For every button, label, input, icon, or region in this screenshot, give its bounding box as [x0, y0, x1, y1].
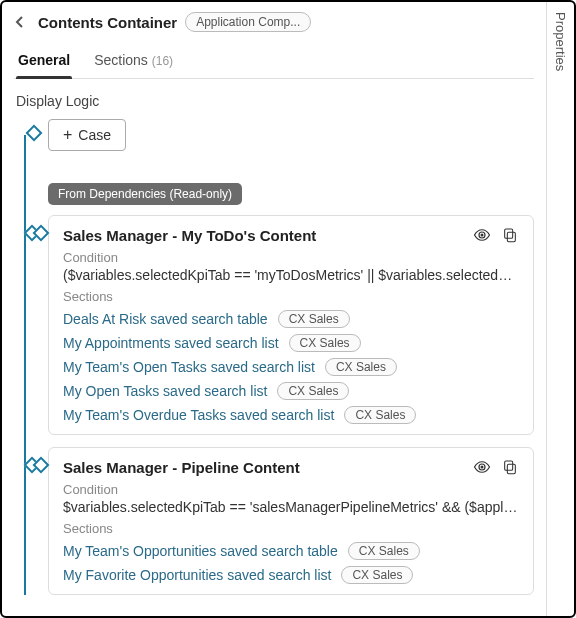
section-link[interactable]: My Team's Overdue Tasks saved search lis…	[63, 407, 334, 423]
section-source-pill: CX Sales	[278, 310, 350, 328]
card-title: Sales Manager - Pipeline Content	[63, 459, 300, 476]
section-link[interactable]: My Open Tasks saved search list	[63, 383, 267, 399]
svg-rect-5	[505, 461, 513, 470]
svg-rect-4	[507, 464, 515, 473]
condition-expression: $variables.selectedKpiTab == 'salesManag…	[63, 499, 519, 515]
plus-icon: +	[63, 126, 72, 144]
section-link[interactable]: Deals At Risk saved search table	[63, 311, 268, 327]
svg-rect-2	[505, 229, 513, 238]
display-logic-heading: Display Logic	[16, 93, 534, 109]
section-link[interactable]: My Favorite Opportunities saved search l…	[63, 567, 331, 583]
section-row: Deals At Risk saved search tableCX Sales	[63, 310, 519, 328]
card-title: Sales Manager - My ToDo's Content	[63, 227, 316, 244]
back-chevron-icon[interactable]	[14, 14, 30, 30]
svg-point-0	[481, 234, 484, 237]
tabs: General Sections (16)	[14, 46, 534, 79]
tab-general[interactable]: General	[16, 46, 72, 78]
copy-icon[interactable]	[501, 458, 519, 476]
eye-icon[interactable]	[473, 458, 491, 476]
section-link[interactable]: My Appointments saved search list	[63, 335, 279, 351]
section-source-pill: CX Sales	[344, 406, 416, 424]
tab-general-label: General	[18, 52, 70, 68]
tab-sections-label: Sections	[94, 52, 148, 68]
section-link[interactable]: My Team's Opportunities saved search tab…	[63, 543, 338, 559]
page-title: Contents Container	[38, 14, 177, 31]
context-pill[interactable]: Application Comp...	[185, 12, 311, 32]
section-row: My Favorite Opportunities saved search l…	[63, 566, 519, 584]
svg-rect-1	[507, 232, 515, 241]
section-link[interactable]: My Team's Open Tasks saved search list	[63, 359, 315, 375]
logic-card[interactable]: Sales Manager - My ToDo's Content Condit…	[48, 215, 534, 435]
tab-sections-count: (16)	[152, 54, 173, 68]
condition-label: Condition	[63, 482, 519, 497]
section-row: My Team's Overdue Tasks saved search lis…	[63, 406, 519, 424]
context-pill-label: Application Comp...	[196, 15, 300, 29]
section-source-pill: CX Sales	[289, 334, 361, 352]
condition-expression: ($variables.selectedKpiTab == 'myToDosMe…	[63, 267, 519, 283]
svg-point-3	[481, 466, 484, 469]
section-row: My Team's Open Tasks saved search listCX…	[63, 358, 519, 376]
logic-card[interactable]: Sales Manager - Pipeline Content Conditi…	[48, 447, 534, 595]
copy-icon[interactable]	[501, 226, 519, 244]
readonly-badge: From Dependencies (Read-only)	[48, 183, 242, 205]
eye-icon[interactable]	[473, 226, 491, 244]
section-row: My Appointments saved search listCX Sale…	[63, 334, 519, 352]
add-case-button[interactable]: + Case	[48, 119, 126, 151]
section-source-pill: CX Sales	[277, 382, 349, 400]
sections-label: Sections	[63, 289, 519, 304]
section-source-pill: CX Sales	[348, 542, 420, 560]
section-source-pill: CX Sales	[341, 566, 413, 584]
add-case-label: Case	[78, 127, 111, 143]
properties-side-tab[interactable]: Properties	[546, 2, 574, 616]
diamond-pair-icon	[26, 453, 47, 465]
properties-tab-label: Properties	[553, 2, 568, 71]
diamond-pair-icon	[26, 221, 47, 233]
section-row: My Team's Opportunities saved search tab…	[63, 542, 519, 560]
sections-label: Sections	[63, 521, 519, 536]
diamond-icon	[26, 125, 43, 142]
section-row: My Open Tasks saved search listCX Sales	[63, 382, 519, 400]
condition-label: Condition	[63, 250, 519, 265]
tab-sections[interactable]: Sections (16)	[92, 46, 175, 78]
section-source-pill: CX Sales	[325, 358, 397, 376]
